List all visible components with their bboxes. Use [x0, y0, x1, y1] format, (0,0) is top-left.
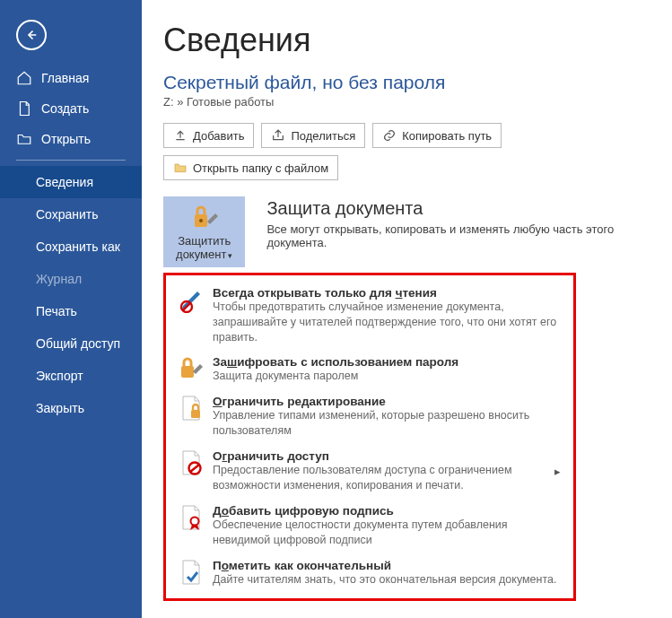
- sidebar-item-export[interactable]: Экспорт: [0, 360, 142, 392]
- menu-item-title: Зашифровать с использованием пароля: [213, 355, 561, 369]
- sidebar-item-home[interactable]: Главная: [0, 63, 142, 93]
- menu-item-encrypt[interactable]: Зашифровать с использованием пароля Защи…: [175, 350, 564, 389]
- home-icon: [16, 70, 32, 86]
- menu-item-title: Ограничить редактирование: [213, 395, 561, 408]
- protect-header: Защита документа Все могут открывать, ко…: [266, 196, 656, 249]
- svg-rect-4: [181, 366, 194, 378]
- sidebar-item-label: Создать: [41, 101, 89, 116]
- menu-item-title: Добавить цифровую подпись: [213, 504, 561, 518]
- menu-item-title: Пометить как окончательный: [213, 559, 561, 572]
- sidebar-item-label: Главная: [41, 71, 89, 85]
- menu-item-desc: Предоставление пользователям доступа с о…: [213, 463, 545, 493]
- main-content: Сведения Секретный файл, но без пароля Z…: [142, 0, 672, 618]
- back-button[interactable]: [16, 20, 47, 50]
- menu-item-title: Всегда открывать только для чтения: [213, 286, 561, 300]
- sidebar-item-new[interactable]: Создать: [0, 93, 142, 124]
- document-check-icon: [179, 559, 204, 588]
- menu-item-readonly[interactable]: Всегда открывать только для чтения Чтобы…: [175, 281, 564, 351]
- button-label: Поделиться: [291, 129, 355, 143]
- share-icon: [271, 128, 285, 143]
- sidebar-item-label: Открыть: [41, 132, 91, 146]
- lock-key-icon: [189, 204, 220, 231]
- svg-point-1: [199, 219, 203, 222]
- breadcrumb: Z: » Готовые работы: [163, 95, 656, 109]
- sidebar-item-label: Сохранить как: [36, 239, 120, 254]
- sidebar-item-history: Журнал: [0, 263, 142, 295]
- sidebar-separator: [16, 160, 126, 161]
- chevron-right-icon: ▸: [554, 465, 561, 478]
- menu-item-desc: Чтобы предотвратить случайное изменение …: [213, 300, 561, 345]
- upload-icon: [173, 128, 188, 143]
- upload-button[interactable]: Добавить: [163, 123, 254, 148]
- sidebar-item-label: Сохранить: [36, 207, 99, 222]
- sidebar-item-print[interactable]: Печать: [0, 295, 142, 327]
- sidebar-item-label: Закрыть: [36, 401, 84, 415]
- sidebar-item-label: Экспорт: [36, 369, 83, 383]
- link-icon: [382, 128, 397, 143]
- sidebar-item-save[interactable]: Сохранить: [0, 198, 142, 231]
- menu-item-title: Ограничить доступ: [213, 449, 545, 463]
- button-label: Добавить: [193, 129, 244, 143]
- menu-item-restrict-access[interactable]: Ограничить доступ Предоставление пользов…: [175, 444, 564, 499]
- menu-item-restrict-editing[interactable]: Ограничить редактирование Управление тип…: [175, 389, 564, 444]
- menu-item-desc: Обеспечение целостности документа путем …: [213, 518, 561, 548]
- menu-item-desc: Защита документа паролем: [213, 369, 561, 384]
- protect-document-button[interactable]: Защитить документ▾: [163, 196, 245, 267]
- sidebar-item-label: Сведения: [36, 175, 93, 189]
- sidebar-item-saveas[interactable]: Сохранить как: [0, 231, 142, 263]
- info-toolbar: Добавить Поделиться Копировать путь Откр…: [163, 123, 656, 180]
- new-document-icon: [16, 100, 32, 117]
- protect-document-menu: Всегда открывать только для чтения Чтобы…: [163, 273, 576, 601]
- share-button[interactable]: Поделиться: [261, 123, 365, 148]
- menu-item-mark-final[interactable]: Пометить как окончательный Дайте читател…: [175, 553, 564, 593]
- copy-path-button[interactable]: Копировать путь: [372, 123, 502, 148]
- chevron-down-icon: ▾: [228, 251, 232, 260]
- page-title: Сведения: [163, 22, 656, 59]
- lock-key-icon: [179, 355, 204, 384]
- pencil-prohibit-icon: [179, 286, 204, 315]
- document-title: Секретный файл, но без пароля: [163, 72, 656, 93]
- svg-rect-5: [191, 410, 200, 418]
- sidebar-item-close[interactable]: Закрыть: [0, 392, 142, 424]
- arrow-left-icon: [23, 27, 39, 43]
- protect-header-desc: Все могут открывать, копировать и изменя…: [266, 222, 656, 249]
- protect-header-title: Защита документа: [266, 198, 656, 219]
- folder-icon: [173, 161, 188, 175]
- sidebar-item-share[interactable]: Общий доступ: [0, 327, 142, 360]
- open-folder-button[interactable]: Открыть папку с файлом: [163, 155, 338, 180]
- button-label: Копировать путь: [402, 129, 492, 143]
- protect-button-line2: документ: [176, 248, 226, 261]
- open-folder-icon: [16, 131, 32, 147]
- menu-item-desc: Управление типами изменений, которые раз…: [213, 408, 561, 439]
- sidebar-item-open[interactable]: Открыть: [0, 124, 142, 154]
- sidebar-item-info[interactable]: Сведения: [0, 166, 142, 198]
- protect-button-line1: Защитить: [178, 234, 231, 248]
- document-ribbon-icon: [179, 504, 204, 533]
- sidebar-item-label: Общий доступ: [36, 336, 120, 351]
- document-lock-icon: [179, 395, 204, 423]
- sidebar-item-label: Печать: [36, 304, 77, 318]
- sidebar-item-label: Журнал: [36, 272, 82, 286]
- document-prohibit-icon: [179, 449, 204, 478]
- button-label: Открыть папку с файлом: [193, 161, 328, 175]
- menu-item-digital-signature[interactable]: Добавить цифровую подпись Обеспечение це…: [175, 499, 564, 553]
- menu-item-desc: Дайте читателям знать, что это окончател…: [213, 572, 561, 588]
- backstage-sidebar: Главная Создать Открыть Сведения Сохрани…: [0, 0, 142, 618]
